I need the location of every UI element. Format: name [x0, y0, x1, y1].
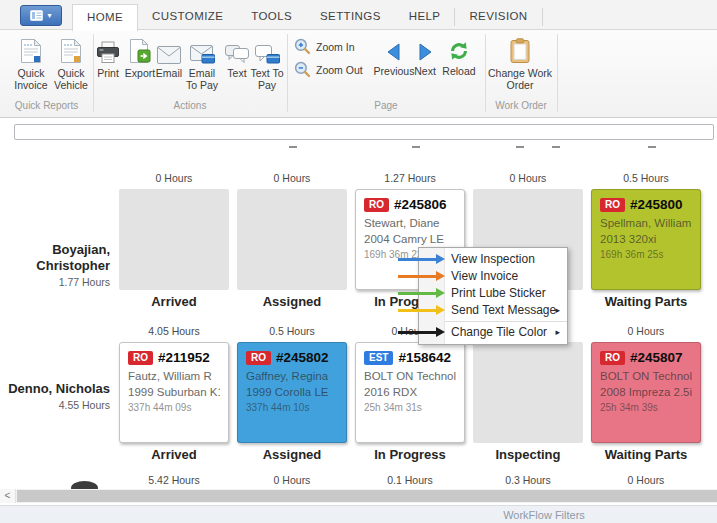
change-tile-color-arrow-icon [398, 327, 446, 338]
email-button[interactable]: Email [153, 34, 185, 79]
export-label: Export [125, 67, 155, 79]
zoom-in-button[interactable]: Zoom In [294, 38, 355, 55]
customer-name: BOLT ON Technolo [364, 370, 456, 382]
empty-slot [119, 189, 229, 290]
view-inspection-arrow-icon [398, 254, 446, 265]
menu-item-send-text-message[interactable]: Send Text Message ▸ [419, 302, 567, 319]
column-dash [552, 146, 560, 148]
zoom-out-button[interactable]: Zoom Out [294, 61, 363, 78]
menu-item-label: View Inspection [451, 252, 535, 266]
work-order-tile-211952[interactable]: RO #211952 Fautz, William R 1999 Suburba… [119, 342, 229, 443]
vehicle: 2004 Camry LE [364, 233, 456, 245]
change-work-order-label: Change Work Order [483, 67, 557, 91]
column-header-assigned: Assigned [237, 294, 347, 309]
quick-vehicle-label: Quick Vehicle [49, 67, 93, 91]
column-dash [289, 146, 297, 148]
column-header-in-progress: In Progress [355, 447, 465, 462]
technician-name: Boyajian, [0, 242, 110, 258]
empty-slot [237, 189, 347, 290]
work-order-number: #245806 [394, 197, 447, 212]
quick-vehicle-button[interactable]: Quick Vehicle [49, 34, 93, 91]
est-badge: EST [364, 351, 393, 365]
scroll-left-button[interactable]: < [0, 489, 16, 503]
elapsed-time: 337h 44m 09s [128, 402, 220, 413]
print-lube-sticker-arrow-icon [398, 288, 446, 299]
group-label-page: Page [287, 100, 485, 111]
menu-item-view-inspection[interactable]: View Inspection [419, 251, 567, 268]
email-to-pay-label: Email To Pay [182, 67, 222, 91]
tab-separator [542, 8, 543, 26]
change-work-order-button[interactable]: Change Work Order [483, 34, 557, 91]
ro-badge: RO [600, 351, 625, 365]
menu-item-print-lube-sticker[interactable]: Print Lube Sticker [419, 285, 567, 302]
quick-vehicle-icon [60, 34, 82, 64]
column-header-arrived: Arrived [119, 294, 229, 309]
elapsed-time: 25h 34m 31s [364, 402, 456, 413]
email-to-pay-button[interactable]: Email To Pay [182, 34, 222, 91]
text-to-pay-icon [255, 34, 280, 64]
group-separator [557, 34, 558, 112]
workflow-filters-bar[interactable]: WorkFlow Filters [0, 505, 717, 523]
ro-badge: RO [364, 198, 389, 212]
ro-badge: RO [600, 198, 625, 212]
scrollbar-thumb[interactable] [17, 490, 717, 502]
quick-invoice-button[interactable]: Quick Invoice [9, 34, 53, 91]
cell-hours: 0 Hours [237, 172, 347, 184]
elapsed-time: 169h 36m 25s [600, 249, 692, 260]
email-to-pay-icon [190, 34, 215, 64]
tab-home[interactable]: HOME [72, 4, 138, 31]
cell-hours: 0.5 Hours [237, 325, 347, 337]
collapsed-filter-bar[interactable] [14, 124, 714, 140]
tab-tools[interactable]: TOOLS [237, 4, 306, 30]
tab-settings[interactable]: SETTINGS [306, 4, 395, 30]
zoom-in-icon [294, 38, 311, 55]
vehicle: 1999 Suburban K15 [128, 386, 220, 398]
ro-badge: RO [128, 351, 153, 365]
menu-item-view-invoice[interactable]: View Invoice [419, 268, 567, 285]
change-work-order-icon [509, 34, 531, 64]
technician-hours: 1.77 Hours [0, 276, 110, 288]
ribbon-tab-bar: ▾ HOME CUSTOMIZE TOOLS SETTINGS HELP REV… [0, 0, 717, 30]
text-to-pay-label: Text To Pay [246, 67, 288, 91]
cell-hours: 0 Hours [473, 172, 583, 184]
tab-revision[interactable]: REVISION [455, 4, 541, 30]
work-order-number: #245802 [276, 350, 329, 365]
column-dash [412, 146, 420, 148]
menu-item-label: Change Tile Color [451, 325, 547, 339]
next-button[interactable]: Next [409, 36, 441, 77]
tab-customize[interactable]: CUSTOMIZE [138, 4, 237, 30]
reload-button[interactable]: Reload [438, 36, 480, 77]
menu-item-change-tile-color[interactable]: Change Tile Color ▸ [419, 324, 567, 341]
cell-hours: 0 Hours [237, 474, 347, 486]
quick-invoice-label: Quick Invoice [9, 67, 53, 91]
text-label: Text [227, 67, 246, 79]
print-button[interactable]: Print [92, 34, 124, 79]
work-order-tile-245800[interactable]: RO #245800 Spellman, William 2013 320xi … [591, 189, 701, 290]
text-to-pay-button[interactable]: Text To Pay [246, 34, 288, 91]
next-icon [416, 36, 434, 62]
submenu-caret-icon: ▸ [555, 302, 560, 319]
cell-hours: 0 Hours [119, 172, 229, 184]
reload-label: Reload [442, 65, 475, 77]
cell-hours: 1.27 Hours [355, 172, 465, 184]
work-order-number: #158642 [398, 350, 451, 365]
horizontal-scrollbar[interactable]: < [0, 489, 717, 503]
work-order-number: #245807 [630, 350, 683, 365]
technician-denno: Denno, Nicholas 4.55 Hours [0, 381, 110, 411]
work-order-tile-158642[interactable]: EST #158642 BOLT ON Technolo 2016 RDX 25… [355, 342, 465, 443]
previous-icon [385, 36, 403, 62]
work-order-tile-245802[interactable]: RO #245802 Gaffney, Regina 1999 Corolla … [237, 342, 347, 443]
app-window: ▾ HOME CUSTOMIZE TOOLS SETTINGS HELP REV… [0, 0, 717, 523]
tab-help[interactable]: HELP [395, 4, 455, 30]
elapsed-time: 25h 34m 39s [600, 402, 692, 413]
menu-item-label: Print Lube Sticker [451, 286, 546, 300]
quick-invoice-icon [20, 34, 42, 64]
empty-slot [473, 342, 583, 443]
vehicle: 2016 RDX [364, 386, 456, 398]
elapsed-time: 337h 44m 10s [246, 402, 338, 413]
app-menu-button[interactable]: ▾ [20, 5, 62, 26]
vehicle: 1999 Corolla LE [246, 386, 338, 398]
work-order-tile-245807[interactable]: RO #245807 BOLT ON Technolo 2008 Impreza… [591, 342, 701, 443]
customer-name: Stewart, Diane [364, 217, 456, 229]
column-header-inspecting: Inspecting [473, 447, 583, 462]
